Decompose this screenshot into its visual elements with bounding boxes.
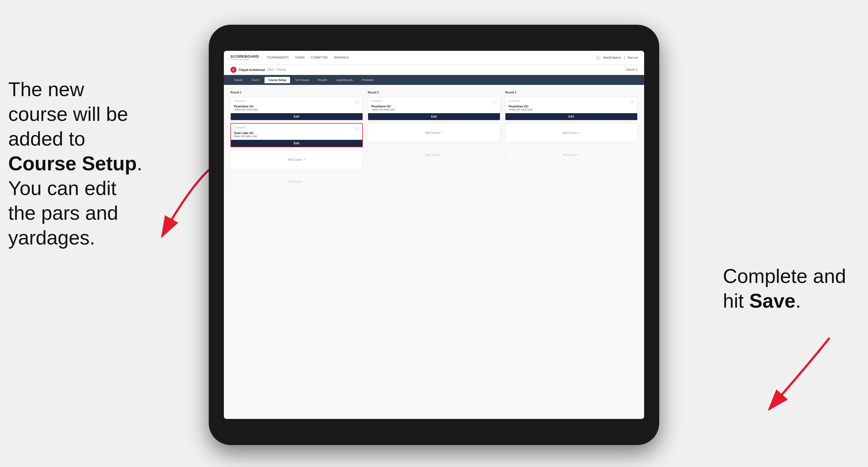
tournament-gender: (Men)	[267, 68, 274, 71]
tournament-bar: C Clippd Invitational (Men) Hosting Canc…	[224, 65, 644, 75]
tablet-screen: SCOREBOARD Powered by clippd TOURNAMENTS…	[224, 51, 644, 419]
course-a-label: (Course A)	[234, 100, 245, 102]
round-1-course-b-edit-button[interactable]: Edit	[231, 140, 362, 147]
add-course-plus-icon-2: +	[304, 180, 305, 184]
tournament-status: Hosting	[276, 68, 286, 71]
nav-tournaments[interactable]: TOURNAMENTS	[267, 56, 289, 59]
tab-results[interactable]: Results	[314, 77, 331, 83]
round2-course-a-header: (Course A) ☐	[368, 97, 500, 104]
user-avatar	[595, 55, 600, 60]
round-3-course-a-edit-button[interactable]: Edit	[505, 113, 637, 120]
round3-course-a-header: (Course A) ☐	[505, 97, 637, 104]
cancel-button[interactable]: Cancel ✕	[626, 68, 638, 71]
round-2-course-a-edit-button[interactable]: Edit	[368, 113, 500, 120]
add-course-label: Add Course	[288, 158, 303, 161]
top-nav-left: SCOREBOARD Powered by clippd TOURNAMENTS…	[230, 55, 349, 61]
round-3-course-a-card: (Course A) ☐ Peachtree GC Yellow (M) (66…	[505, 97, 638, 120]
round-3-column: Round 3 (Course A) ☐ Peachtree GC Yellow…	[505, 91, 638, 194]
course-a-name: Peachtree GC	[231, 104, 363, 108]
round-2-add-course-1[interactable]: Add Course +	[368, 123, 500, 142]
round3-course-a-tee: Yellow (M) (6629 yds)	[505, 108, 637, 113]
round2-add-course-label-2: Add Course	[425, 153, 440, 156]
course-a-delete-button[interactable]: ☐	[355, 100, 359, 104]
round2-course-a-tee: Yellow (M) (6629 yds)	[368, 108, 500, 113]
tournament-left: C Clippd Invitational (Men) Hosting	[230, 67, 286, 73]
round-2-column: Round 2 (Course A) ☐ Peachtree GC Yellow…	[368, 91, 500, 194]
add-course-label-2: Add Course	[288, 180, 303, 183]
arrow-right-icon	[736, 330, 840, 423]
round-3-add-course-2: Add Course +	[505, 145, 638, 164]
tablet-device: SCOREBOARD Powered by clippd TOURNAMENTS…	[209, 25, 659, 445]
round-1-label: Round 1	[230, 91, 363, 94]
brand-title: SCOREBOARD	[230, 55, 259, 59]
brand-logo: SCOREBOARD Powered by clippd	[230, 55, 259, 61]
nav-links: TOURNAMENTS TEAMS COMMITTEE RANKINGS	[267, 56, 349, 59]
course-b-label: (Course B)	[234, 126, 245, 129]
round2-course-a-name: Peachtree GC	[368, 104, 500, 108]
top-nav-right: blair@clippd.io | Sign out	[595, 55, 638, 60]
course-b-header: (Course B) ☐	[231, 124, 362, 131]
round3-add-plus-icon-2: +	[578, 153, 580, 157]
add-course-plus-icon: +	[304, 158, 305, 161]
nav-teams[interactable]: TEAMS	[295, 56, 305, 59]
round3-add-course-label: Add Course	[563, 131, 577, 134]
main-content: Round 1 (Course A) ☐ Peachtree GC Yellow…	[224, 85, 644, 419]
course-a-header: (Course A) ☐	[231, 97, 363, 104]
round-3-add-course-1[interactable]: Add Course +	[505, 123, 638, 142]
round-1-course-b-card: (Course B) ☐ East Lake GC Black (M) (689…	[230, 123, 363, 147]
tab-printables[interactable]: Printables	[358, 77, 378, 83]
annotation-left: The new course will be added to Course S…	[8, 77, 142, 250]
course-a-tee: Yellow (M) (6629 yds)	[231, 108, 363, 113]
sub-navigation: Details Teams Course Setup Tee Groups Re…	[224, 75, 644, 85]
round-1-add-course-2: Add Course +	[230, 172, 363, 191]
round-1-course-a-edit-button[interactable]: Edit	[231, 113, 363, 120]
course-b-delete-button[interactable]: ☐	[354, 126, 359, 131]
round2-course-a-delete-button[interactable]: ☐	[492, 100, 497, 104]
round3-course-a-delete-button[interactable]: ☐	[629, 100, 634, 104]
annotation-right: Complete and hit Save.	[723, 264, 846, 313]
round3-course-a-label: (Course A)	[509, 100, 519, 102]
nav-committee[interactable]: COMMITTEE	[311, 56, 328, 59]
round3-course-a-name: Peachtree GC	[505, 104, 637, 108]
tab-leaderboards[interactable]: Leaderboards	[332, 77, 357, 83]
tab-details[interactable]: Details	[230, 77, 247, 83]
rounds-grid: Round 1 (Course A) ☐ Peachtree GC Yellow…	[230, 91, 638, 194]
round2-add-course-label: Add Course	[425, 131, 440, 134]
sign-out-link[interactable]: Sign out	[627, 56, 638, 59]
clippd-logo: C	[230, 67, 237, 73]
round3-add-course-label-2: Add Course	[563, 153, 577, 156]
round-2-course-a-card: (Course A) ☐ Peachtree GC Yellow (M) (66…	[368, 97, 500, 120]
round-1-add-course-1[interactable]: Add Course +	[230, 150, 363, 169]
round-1-course-a-card: (Course A) ☐ Peachtree GC Yellow (M) (66…	[230, 97, 363, 120]
round-2-add-course-2: Add Course +	[368, 145, 500, 164]
brand-subtitle: Powered by clippd	[230, 59, 259, 61]
tab-tee-groups[interactable]: Tee Groups	[291, 77, 313, 83]
course-b-tee: Black (M) (6891 yds)	[231, 134, 362, 140]
user-email: blair@clippd.io	[603, 56, 621, 59]
nav-rankings[interactable]: RANKINGS	[334, 56, 349, 59]
round2-course-a-label: (Course A)	[371, 100, 382, 102]
round3-add-plus-icon: +	[578, 131, 580, 134]
round-3-label: Round 3	[505, 91, 638, 94]
tab-course-setup[interactable]: Course Setup	[265, 77, 290, 83]
top-navigation: SCOREBOARD Powered by clippd TOURNAMENTS…	[224, 51, 644, 65]
tournament-name: Clippd Invitational	[239, 68, 265, 71]
round2-add-plus-icon-2: +	[441, 153, 443, 157]
course-b-name: East Lake GC	[231, 131, 362, 134]
round2-add-plus-icon: +	[441, 131, 443, 134]
separator: |	[624, 56, 625, 59]
round-1-column: Round 1 (Course A) ☐ Peachtree GC Yellow…	[230, 91, 363, 194]
round-2-label: Round 2	[368, 91, 500, 94]
tab-teams[interactable]: Teams	[248, 77, 264, 83]
